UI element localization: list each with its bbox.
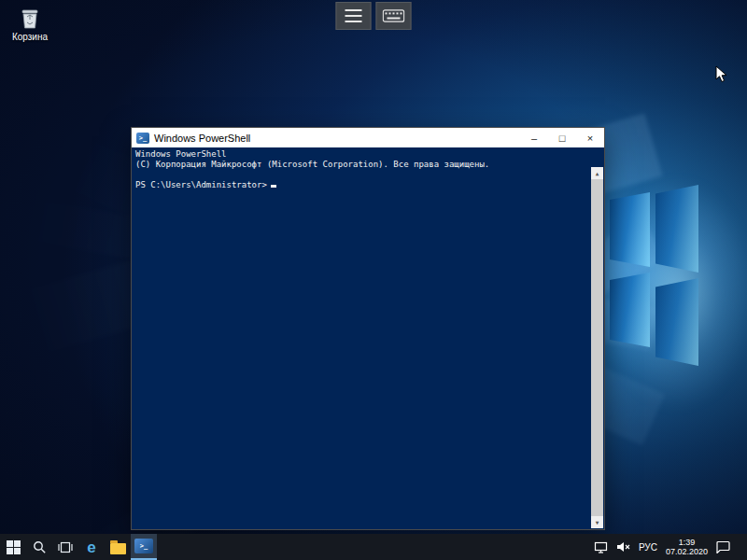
scrollbar-thumb[interactable] (591, 179, 603, 516)
clock[interactable]: 1:39 07.02.2020 (666, 538, 708, 556)
volume-icon[interactable] (616, 541, 630, 553)
start-button[interactable] (0, 534, 26, 560)
maximize-button[interactable]: □ (548, 128, 576, 147)
virtual-keyboard-button[interactable] (376, 2, 412, 30)
console-line (135, 170, 587, 180)
taskbar: e >_ РУС 1:39 07.02.2020 (0, 534, 747, 560)
clock-date: 07.02.2020 (666, 547, 708, 556)
window-title: Windows PowerShell (154, 133, 515, 144)
powershell-window-icon: >_ (136, 133, 149, 144)
scroll-down-arrow[interactable]: ▼ (591, 516, 603, 528)
console-line: Windows PowerShell (135, 149, 587, 160)
minimize-button[interactable]: – (520, 128, 548, 147)
task-view-button[interactable] (52, 534, 78, 560)
trash-can-icon (18, 6, 42, 30)
clock-time: 1:39 (666, 538, 708, 547)
folder-icon (110, 543, 126, 554)
hamburger-icon (345, 21, 362, 22)
internet-explorer-button[interactable]: e (78, 534, 105, 560)
console-cursor (271, 185, 276, 188)
windows-start-icon (7, 540, 21, 554)
language-indicator[interactable]: РУС (639, 542, 657, 553)
search-button[interactable] (26, 534, 52, 560)
system-tray: РУС 1:39 07.02.2020 (589, 534, 747, 560)
prompt-text: PS C:\Users\Administrator> (135, 180, 267, 189)
close-button[interactable]: × (576, 128, 604, 147)
window-titlebar[interactable]: >_ Windows PowerShell – □ × (132, 128, 604, 147)
window-controls: – □ × (520, 128, 604, 147)
scroll-up-arrow[interactable]: ▲ (591, 167, 603, 179)
internet-explorer-icon: e (87, 539, 95, 555)
recycle-bin-icon[interactable]: Корзина (4, 6, 56, 42)
file-explorer-button[interactable] (105, 534, 131, 560)
powershell-taskbar-button[interactable]: >_ (131, 534, 157, 560)
menu-button[interactable] (336, 2, 372, 30)
keyboard-icon (383, 9, 405, 22)
hamburger-icon (345, 15, 362, 17)
task-view-icon (58, 541, 73, 553)
hamburger-icon (345, 9, 362, 11)
powershell-icon: >_ (134, 539, 153, 553)
console-prompt: PS C:\Users\Administrator> (135, 180, 587, 190)
action-center-icon[interactable] (716, 540, 730, 553)
vm-console-controls (336, 2, 412, 30)
recycle-bin-label: Корзина (12, 32, 48, 42)
console-scrollbar[interactable]: ▲ ▼ (591, 167, 603, 528)
powershell-window: >_ Windows PowerShell – □ × Windows Powe… (131, 127, 605, 530)
console-line: (C) Корпорация Майкрософт (Microsoft Cor… (135, 160, 587, 170)
search-icon (33, 540, 47, 554)
console-output[interactable]: Windows PowerShell (C) Корпорация Майкро… (132, 147, 604, 529)
network-icon[interactable] (594, 541, 608, 553)
